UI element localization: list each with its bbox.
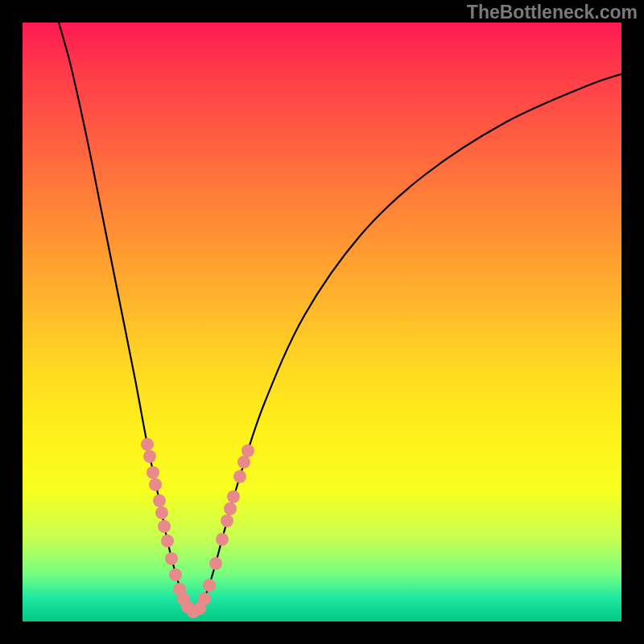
highlight-dot [203, 579, 216, 592]
highlight-dot [209, 557, 222, 570]
highlight-dot [224, 502, 237, 515]
highlight-dot [155, 506, 168, 519]
chart-container: TheBottleneck.com [0, 0, 644, 644]
highlight-dot [221, 514, 233, 527]
highlight-dot [216, 533, 229, 546]
highlight-dot [169, 568, 182, 581]
highlight-dot [173, 583, 186, 596]
highlight-dot [153, 494, 166, 507]
highlight-dot [233, 470, 246, 483]
highlight-dot [143, 450, 156, 463]
watermark-text: TheBottleneck.com [467, 2, 638, 23]
highlight-dot [165, 552, 178, 565]
highlight-dot [198, 592, 211, 605]
highlight-dot [141, 438, 154, 451]
highlight-dot [181, 601, 194, 613]
highlight-dot [193, 602, 206, 615]
highlight-dot [237, 456, 250, 469]
bottleneck-curve [59, 23, 621, 613]
highlight-dot [161, 535, 174, 547]
highlight-dot [187, 605, 200, 618]
highlight-dot [158, 520, 171, 533]
highlight-dots-group [141, 438, 254, 618]
plot-area [23, 23, 621, 621]
highlight-dot [149, 478, 162, 491]
highlight-dot [147, 466, 159, 479]
curve-svg [23, 23, 621, 621]
highlight-dot [227, 490, 240, 503]
highlight-dot [242, 444, 254, 457]
highlight-dot [177, 592, 190, 605]
